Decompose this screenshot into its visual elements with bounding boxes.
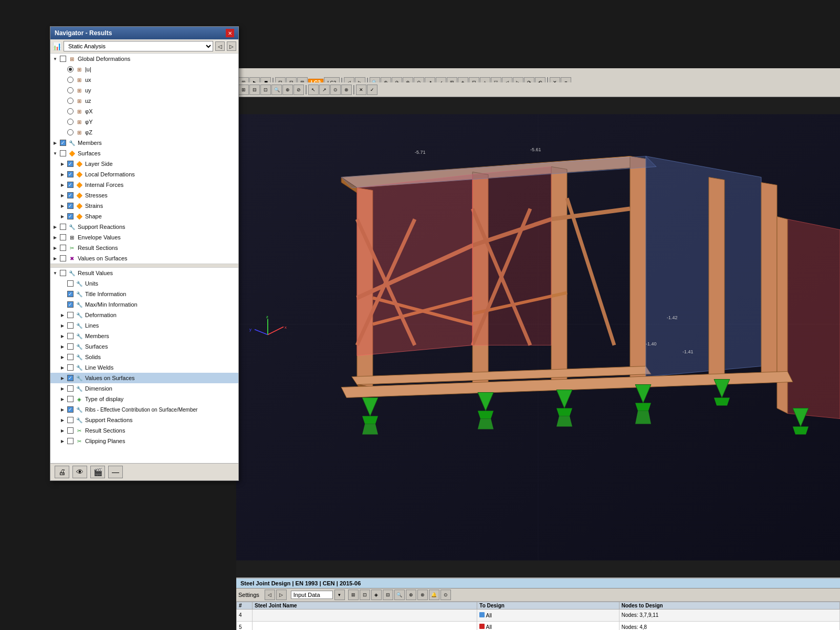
expand-support-reactions[interactable] [51,223,59,230]
tree-item-type-display[interactable]: ◈ Type of display [50,394,238,404]
expand-members[interactable] [51,139,59,146]
tree-item-local-deform[interactable]: 🔶 Local Deformations [50,169,238,180]
expand-internal-forces[interactable] [59,181,66,188]
expand-line-welds[interactable] [59,364,66,371]
expand-shape[interactable] [59,213,66,220]
tree-item-clipping-planes[interactable]: ✂ Clipping Planes [50,436,238,446]
cb-envelope-values[interactable] [60,234,66,240]
tree-item-ux[interactable]: ⊞ ux [50,75,238,85]
cb-dimension[interactable] [67,385,74,392]
radio-uz[interactable] [67,98,74,104]
expand-result-sections[interactable] [51,244,59,251]
bp-btn-6[interactable]: ⊕ [406,590,416,600]
tree-item-internal-forces[interactable]: 🔶 Internal Forces [50,180,238,190]
expand-local-deform[interactable] [59,171,66,178]
bp-btn-2[interactable]: ⊡ [360,590,370,600]
cb-type-display[interactable] [67,396,74,402]
expand-layer-side[interactable] [59,160,66,167]
tb2-k[interactable]: ✕ [356,85,366,95]
bp-btn-1[interactable]: ⊞ [348,590,359,600]
cb-clipping-planes[interactable] [67,438,74,444]
tree-item-values-surfaces[interactable]: ✖ Values on Surfaces [50,253,238,264]
expand-solids[interactable] [59,353,66,361]
tree-item-line-welds[interactable]: 🔧 Line Welds [50,362,238,373]
tree-item-rv-support-reactions[interactable]: 🔧 Support Reactions [50,415,238,425]
expand-strains[interactable] [59,202,66,209]
tree-item-units[interactable]: 🔧 Units [50,278,238,289]
tb2-d[interactable]: 🔍 [271,85,282,95]
expand-surfaces[interactable] [51,150,59,157]
tree-item-rv-values-surfaces[interactable]: 🔧 Values on Surfaces [50,373,238,383]
tree-item-surfaces[interactable]: 🔶 Surfaces [50,148,238,159]
cb-internal-forces[interactable] [67,182,74,188]
radio-ux[interactable] [67,77,74,83]
view-button[interactable]: 👁 [72,466,87,478]
tree-item-phiz[interactable]: ⊞ φZ [50,127,238,138]
tree-item-ribs[interactable]: 🔧 Ribs - Effective Contribution on Surfa… [50,404,238,415]
close-button[interactable]: ✕ [226,29,234,37]
cb-strains[interactable] [67,203,74,209]
nav-next-btn[interactable]: ▷ [227,41,236,51]
cb-shape[interactable] [67,213,74,219]
expand-rv-support-reactions[interactable] [59,416,66,424]
navigator-header[interactable]: 📊 Static Analysis ◁ ▷ [50,39,238,54]
bp-btn-next[interactable]: ▷ [276,590,287,600]
tree-item-envelope-values[interactable]: ⊞ Envelope Values [50,232,238,243]
tree-item-rv-members[interactable]: 🔧 Members [50,331,238,341]
tree-item-rv-surfaces[interactable]: 🔧 Surfaces [50,341,238,352]
tb2-b[interactable]: ⊟ [249,85,260,95]
secondary-toolbar[interactable]: ⊞ ⊟ ⊡ 🔍 ⊕ ⊘ ↖ ↗ ⊙ ⊗ ✕ ✓ [236,82,840,97]
bp-btn-8[interactable]: 🔔 [429,590,439,600]
tb2-h[interactable]: ↗ [319,85,330,95]
tree-item-u-abs[interactable]: ⊞ |u| [50,64,238,75]
cb-units[interactable] [67,280,74,287]
analysis-dropdown[interactable]: Static Analysis [64,41,213,51]
expand-rv-members[interactable] [59,332,66,340]
cb-deformation[interactable] [67,312,74,318]
bp-btn-4[interactable]: ⊟ [383,590,393,600]
tb2-a[interactable]: ⊞ [238,85,249,95]
cb-global-def[interactable] [60,56,66,62]
radio-phiy[interactable] [67,119,74,125]
expand-ribs[interactable] [59,406,66,413]
tb2-c[interactable]: ⊡ [260,85,271,95]
bp-btn-5[interactable]: 🔍 [394,590,405,600]
cb-result-sections[interactable] [60,245,66,251]
expand-deformation[interactable] [59,311,66,319]
nav-prev-btn[interactable]: ◁ [215,41,225,51]
tree-item-uz[interactable]: ⊞ uz [50,96,238,106]
tree-item-support-reactions[interactable]: 🔧 Support Reactions [50,222,238,232]
input-data-dropdown[interactable]: Input Data [291,591,333,599]
cb-ribs[interactable] [67,406,74,413]
tree-item-strains[interactable]: 🔶 Strains [50,201,238,211]
expand-rv-values-surfaces[interactable] [59,374,66,382]
radio-phiz[interactable] [67,129,74,135]
tb2-j[interactable]: ⊗ [341,85,352,95]
cb-rv-values-surfaces[interactable] [67,375,74,381]
cb-members[interactable] [60,140,66,146]
expand-clipping-planes[interactable] [59,437,66,445]
tree-item-rv-result-sections[interactable]: ✂ Result Sections [50,425,238,436]
radio-u-abs[interactable] [67,66,74,72]
3d-viewport[interactable]: -5.71 -5.61 -1.40 -1.41 -1.42 x z y [236,97,840,578]
cb-support-reactions[interactable] [60,224,66,230]
tree-item-layer-side[interactable]: 🔶 Layer Side [50,159,238,169]
bp-btn-9[interactable]: ⊙ [440,590,451,600]
bp-btn-prev[interactable]: ◁ [265,590,275,600]
expand-envelope-values[interactable] [51,234,59,241]
cb-lines[interactable] [67,322,74,329]
cb-rv-result-sections[interactable] [67,427,74,434]
bp-btn-7[interactable]: ⊗ [417,590,428,600]
tree-item-result-values[interactable]: 🔧 Result Values [50,268,238,278]
cb-line-welds[interactable] [67,364,74,371]
print-button[interactable]: 🖨 [55,466,69,478]
tree-item-result-sections[interactable]: ✂ Result Sections [50,243,238,253]
tree-item-uy[interactable]: ⊞ uy [50,85,238,96]
tree-item-members[interactable]: 🔧 Members [50,138,238,148]
cb-rv-surfaces[interactable] [67,343,74,350]
radio-uy[interactable] [67,87,74,93]
tree-item-title-info[interactable]: 🔧 Title Information [50,289,238,299]
bp-dropdown-arrow[interactable]: ▾ [334,590,345,600]
cb-stresses[interactable] [67,192,74,198]
cb-solids[interactable] [67,354,74,360]
